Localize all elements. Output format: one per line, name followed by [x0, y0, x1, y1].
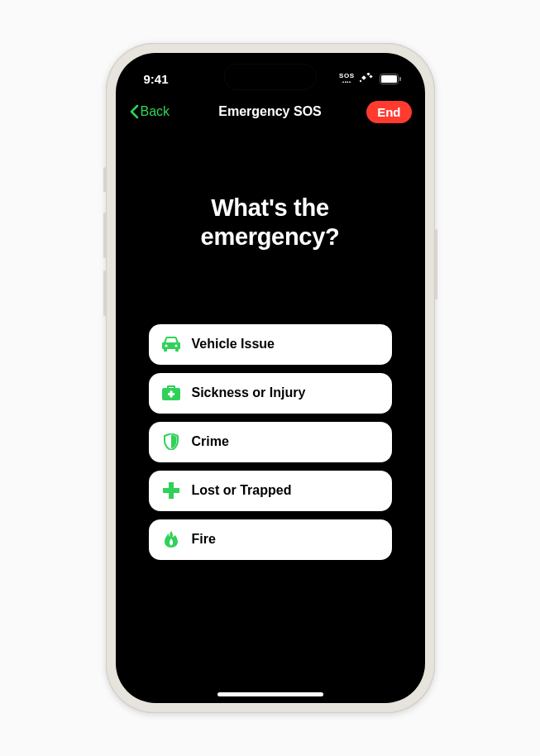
back-button[interactable]: Back	[129, 104, 170, 119]
option-lost-trapped[interactable]: Lost or Trapped	[149, 471, 392, 511]
svg-rect-2	[369, 74, 372, 78]
power-button	[435, 229, 437, 299]
screen: 9:41 SOS ••••	[116, 53, 425, 703]
volume-up-button	[103, 213, 106, 258]
silent-switch	[103, 167, 106, 192]
svg-rect-5	[381, 75, 397, 83]
option-label: Fire	[192, 532, 216, 547]
home-indicator[interactable]	[217, 692, 323, 696]
svg-rect-0	[361, 75, 366, 80]
svg-point-7	[165, 344, 167, 347]
chevron-left-icon	[129, 104, 139, 119]
back-label: Back	[141, 104, 170, 119]
nav-bar: Back Emergency SOS End	[116, 94, 425, 129]
option-label: Crime	[192, 434, 229, 449]
volume-down-button	[103, 270, 106, 316]
option-crime[interactable]: Crime	[149, 422, 392, 462]
car-icon	[162, 335, 180, 353]
sos-dots-icon: ••••	[342, 79, 351, 84]
option-label: Sickness or Injury	[192, 385, 306, 400]
plus-icon	[162, 481, 180, 500]
page-title: Emergency SOS	[218, 104, 322, 119]
shield-icon	[162, 433, 180, 451]
clock: 9:41	[144, 72, 169, 86]
content: What's the emergency? Vehicle Issue	[116, 129, 425, 703]
dynamic-island	[225, 65, 316, 89]
phone-frame: 9:41 SOS ••••	[106, 43, 435, 713]
svg-rect-1	[366, 73, 370, 76]
option-fire[interactable]: Fire	[149, 519, 392, 560]
svg-rect-3	[360, 80, 361, 83]
satellite-icon	[360, 73, 375, 84]
battery-icon	[380, 74, 402, 84]
option-label: Lost or Trapped	[192, 483, 292, 498]
svg-rect-6	[399, 77, 401, 81]
svg-point-8	[174, 344, 177, 347]
heading: What's the emergency?	[149, 194, 392, 251]
option-vehicle-issue[interactable]: Vehicle Issue	[149, 324, 392, 365]
emergency-options: Vehicle Issue Sickness or Injury	[149, 324, 392, 560]
flame-icon	[162, 530, 180, 548]
end-button[interactable]: End	[366, 101, 411, 123]
sos-indicator: SOS ••••	[339, 73, 354, 84]
svg-rect-10	[168, 393, 174, 395]
option-sickness-injury[interactable]: Sickness or Injury	[149, 373, 392, 414]
option-label: Vehicle Issue	[192, 337, 275, 352]
status-right: SOS ••••	[339, 73, 401, 84]
medkit-icon	[162, 384, 180, 402]
sos-label: SOS	[339, 73, 354, 79]
